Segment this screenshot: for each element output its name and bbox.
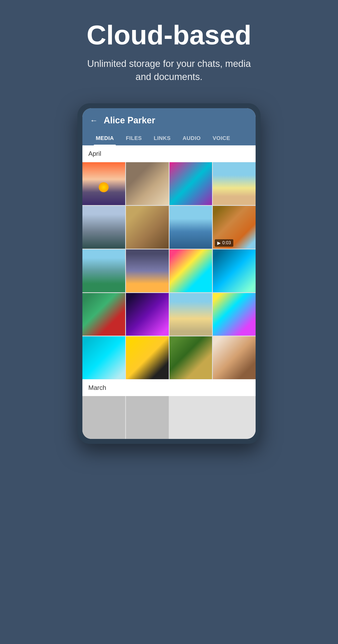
media-item[interactable]: [169, 293, 212, 336]
contact-name: Alice Parker: [104, 115, 155, 126]
media-item[interactable]: [213, 336, 256, 379]
media-item[interactable]: [213, 162, 256, 205]
video-duration-badge: ▶ 0:03: [215, 239, 233, 247]
tab-audio[interactable]: AUDIO: [177, 132, 207, 146]
media-item[interactable]: [169, 206, 212, 249]
tab-files[interactable]: FILES: [120, 132, 148, 146]
media-item[interactable]: [169, 162, 212, 205]
section-april-label: April: [82, 146, 256, 162]
media-item[interactable]: [126, 396, 169, 439]
media-grid-march-partial: [82, 396, 256, 439]
tab-links[interactable]: LINKS: [148, 132, 177, 146]
back-button[interactable]: ←: [90, 116, 98, 125]
media-item[interactable]: [82, 250, 125, 292]
app-header-top: ← Alice Parker: [90, 115, 248, 126]
phone-screen: ← Alice Parker MEDIA FILES LINKS AUDIO V…: [82, 108, 256, 439]
media-item[interactable]: [126, 293, 169, 336]
media-item[interactable]: [126, 162, 169, 205]
video-duration: 0:03: [222, 240, 231, 246]
media-item[interactable]: ▶ 0:03: [213, 206, 256, 249]
hero-section: Cloud-based Unlimited storage for your c…: [0, 0, 338, 98]
media-item[interactable]: [82, 396, 125, 439]
media-item[interactable]: [169, 250, 212, 292]
tabs-row: MEDIA FILES LINKS AUDIO VOICE: [90, 132, 248, 146]
tab-media[interactable]: MEDIA: [90, 132, 120, 146]
media-item[interactable]: [169, 336, 212, 379]
phone-mockup: ← Alice Parker MEDIA FILES LINKS AUDIO V…: [77, 103, 261, 444]
section-march-label: March: [82, 379, 256, 396]
tab-voice[interactable]: VOICE: [207, 132, 236, 146]
media-grid-april: ▶ 0:03: [82, 162, 256, 379]
media-item[interactable]: [126, 336, 169, 379]
media-item[interactable]: [82, 336, 125, 379]
app-header: ← Alice Parker MEDIA FILES LINKS AUDIO V…: [82, 108, 256, 146]
media-item[interactable]: [213, 250, 256, 292]
media-item[interactable]: [82, 162, 125, 205]
play-icon: ▶: [217, 240, 221, 246]
media-item[interactable]: [82, 293, 125, 336]
hero-title: Cloud-based: [10, 20, 328, 50]
media-item[interactable]: [213, 293, 256, 336]
media-item[interactable]: [126, 206, 169, 249]
hero-subtitle: Unlimited storage for your chats, media …: [82, 57, 256, 84]
media-item[interactable]: [126, 250, 169, 292]
media-item[interactable]: [82, 206, 125, 249]
